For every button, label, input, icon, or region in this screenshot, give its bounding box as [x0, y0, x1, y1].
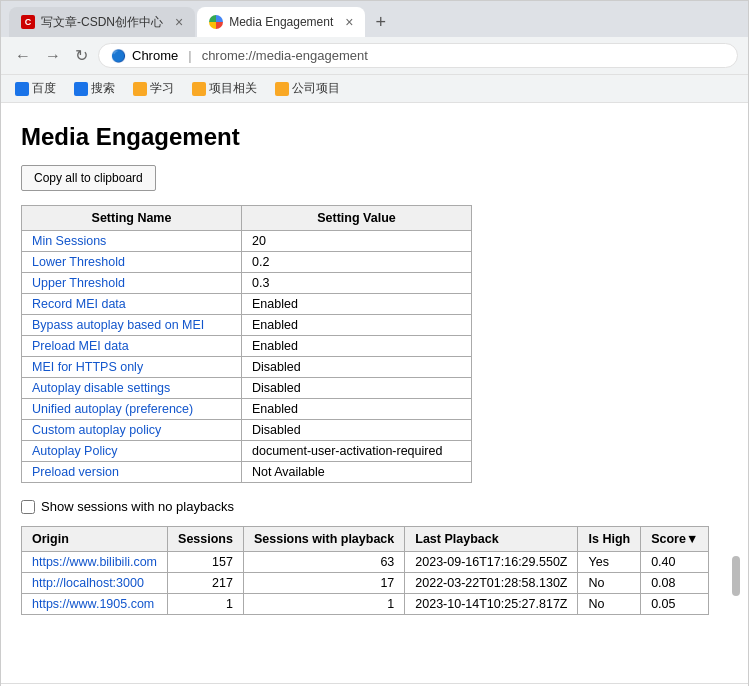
settings-table: Setting Name Setting Value Min Sessions2…: [21, 205, 472, 483]
browser-window: C 写文章-CSDN创作中心 × Media Engagement × + ← …: [0, 0, 749, 686]
settings-row: Preload versionNot Available: [22, 462, 472, 483]
data-col-origin: Origin: [22, 527, 168, 552]
data-cell-origin[interactable]: https://www.bilibili.com: [22, 552, 168, 573]
data-col-sessions[interactable]: Sessions: [168, 527, 244, 552]
data-cell-is-high: No: [578, 573, 641, 594]
search-bookmark-label: 搜索: [91, 80, 115, 97]
data-col-sessions-playback[interactable]: Sessions with playback: [243, 527, 404, 552]
settings-row: Autoplay disable settingsDisabled: [22, 378, 472, 399]
learning-bookmark-label: 学习: [150, 80, 174, 97]
settings-col-value: Setting Value: [242, 206, 472, 231]
settings-cell-name: Autoplay disable settings: [22, 378, 242, 399]
data-table-row: https://www.bilibili.com157632023-09-16T…: [22, 552, 709, 573]
tab-bar: C 写文章-CSDN创作中心 × Media Engagement × +: [1, 1, 748, 37]
settings-cell-value: Enabled: [242, 399, 472, 420]
no-playbacks-checkbox[interactable]: [21, 500, 35, 514]
url-text: chrome://media-engagement: [202, 48, 368, 63]
back-button[interactable]: ←: [11, 45, 35, 67]
settings-cell-name: Preload MEI data: [22, 336, 242, 357]
settings-row: Unified autoplay (preference)Enabled: [22, 399, 472, 420]
reload-button[interactable]: ↻: [71, 44, 92, 67]
settings-cell-name: Min Sessions: [22, 231, 242, 252]
data-cell-sessions: 157: [168, 552, 244, 573]
forward-button[interactable]: →: [41, 45, 65, 67]
settings-cell-value: Enabled: [242, 294, 472, 315]
no-playbacks-checkbox-row: Show sessions with no playbacks: [21, 499, 728, 514]
data-table-row: http://localhost:3000217172022-03-22T01:…: [22, 573, 709, 594]
data-col-last-playback[interactable]: Last Playback: [405, 527, 578, 552]
settings-cell-value: Not Available: [242, 462, 472, 483]
data-cell-origin[interactable]: http://localhost:3000: [22, 573, 168, 594]
csdn-favicon: C: [21, 15, 35, 29]
settings-cell-value: 0.3: [242, 273, 472, 294]
data-cell-sessions: 217: [168, 573, 244, 594]
page-content: Media Engagement Copy all to clipboard S…: [1, 103, 748, 683]
settings-cell-value: Enabled: [242, 336, 472, 357]
data-cell-sessions-playback: 63: [243, 552, 404, 573]
data-cell-last-playback: 2022-03-22T01:28:58.130Z: [405, 573, 578, 594]
settings-cell-name: Autoplay Policy: [22, 441, 242, 462]
settings-cell-name: Lower Threshold: [22, 252, 242, 273]
settings-cell-value: Enabled: [242, 315, 472, 336]
new-tab-button[interactable]: +: [367, 12, 394, 33]
chrome-internal-favicon: [209, 15, 223, 29]
settings-cell-name: MEI for HTTPS only: [22, 357, 242, 378]
settings-cell-name: Custom autoplay policy: [22, 420, 242, 441]
bookmark-search[interactable]: 搜索: [70, 78, 119, 99]
data-table-container: Origin Sessions Sessions with playback L…: [21, 526, 728, 615]
csdn-tab-close[interactable]: ×: [175, 14, 183, 30]
site-name: Chrome: [132, 48, 178, 63]
page-title: Media Engagement: [21, 123, 728, 151]
data-col-is-high[interactable]: Is High: [578, 527, 641, 552]
settings-cell-name: Upper Threshold: [22, 273, 242, 294]
project-related-bookmark-label: 项目相关: [209, 80, 257, 97]
settings-row: Lower Threshold0.2: [22, 252, 472, 273]
baidu-bookmark-label: 百度: [32, 80, 56, 97]
settings-cell-value: 0.2: [242, 252, 472, 273]
data-cell-is-high: No: [578, 594, 641, 615]
data-cell-origin[interactable]: https://www.1905.com: [22, 594, 168, 615]
settings-row: Preload MEI dataEnabled: [22, 336, 472, 357]
company-projects-bookmark-label: 公司项目: [292, 80, 340, 97]
settings-col-name: Setting Name: [22, 206, 242, 231]
settings-cell-value: Disabled: [242, 378, 472, 399]
settings-cell-value: Disabled: [242, 420, 472, 441]
learning-bookmark-icon: [133, 82, 147, 96]
csdn-tab-label: 写文章-CSDN创作中心: [41, 14, 163, 31]
settings-row: Custom autoplay policyDisabled: [22, 420, 472, 441]
settings-cell-value: 20: [242, 231, 472, 252]
settings-cell-name: Preload version: [22, 462, 242, 483]
company-projects-bookmark-icon: [275, 82, 289, 96]
data-cell-score: 0.40: [641, 552, 709, 573]
project-related-bookmark-icon: [192, 82, 206, 96]
bookmark-learning[interactable]: 学习: [129, 78, 178, 99]
settings-row: Record MEI dataEnabled: [22, 294, 472, 315]
data-table: Origin Sessions Sessions with playback L…: [21, 526, 709, 615]
bookmark-company-projects[interactable]: 公司项目: [271, 78, 344, 99]
settings-cell-value: Disabled: [242, 357, 472, 378]
data-table-row: https://www.1905.com112023-10-14T10:25:2…: [22, 594, 709, 615]
copy-all-button[interactable]: Copy all to clipboard: [21, 165, 156, 191]
address-bar[interactable]: 🔵 Chrome | chrome://media-engagement: [98, 43, 738, 68]
media-engagement-tab-label: Media Engagement: [229, 15, 333, 29]
settings-cell-name: Record MEI data: [22, 294, 242, 315]
media-engagement-tab-close[interactable]: ×: [345, 14, 353, 30]
data-cell-sessions-playback: 1: [243, 594, 404, 615]
data-col-score[interactable]: Score▼: [641, 527, 709, 552]
settings-row: Min Sessions20: [22, 231, 472, 252]
data-cell-sessions-playback: 17: [243, 573, 404, 594]
data-cell-sessions: 1: [168, 594, 244, 615]
settings-row: Upper Threshold0.3: [22, 273, 472, 294]
csdn-tab[interactable]: C 写文章-CSDN创作中心 ×: [9, 7, 195, 37]
baidu-bookmark-icon: [15, 82, 29, 96]
bookmark-project-related[interactable]: 项目相关: [188, 78, 261, 99]
no-playbacks-label: Show sessions with no playbacks: [41, 499, 234, 514]
scrollbar[interactable]: [732, 556, 740, 596]
media-engagement-tab[interactable]: Media Engagement ×: [197, 7, 365, 37]
settings-row: MEI for HTTPS onlyDisabled: [22, 357, 472, 378]
bookmark-baidu[interactable]: 百度: [11, 78, 60, 99]
settings-cell-name: Bypass autoplay based on MEI: [22, 315, 242, 336]
search-bookmark-icon: [74, 82, 88, 96]
data-cell-last-playback: 2023-10-14T10:25:27.817Z: [405, 594, 578, 615]
bookmarks-bar: 百度 搜索 学习 项目相关 公司项目: [1, 75, 748, 103]
